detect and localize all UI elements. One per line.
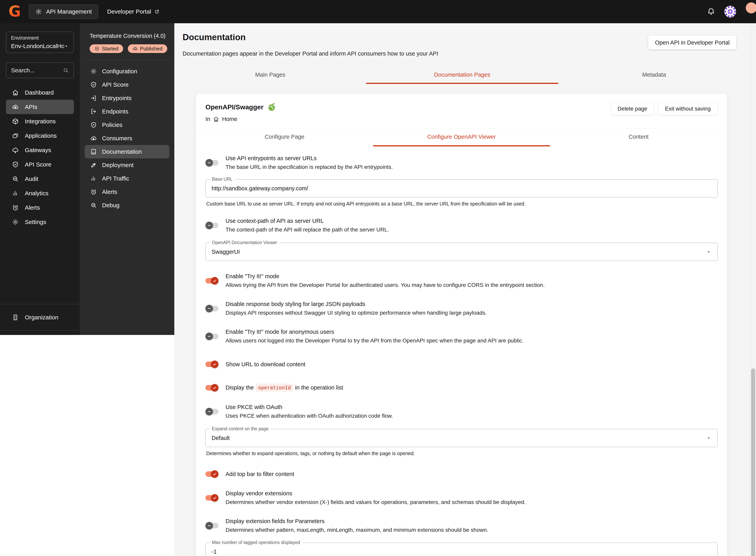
api-management-button[interactable]: API Management bbox=[29, 4, 98, 19]
tab-content[interactable]: Content bbox=[550, 129, 727, 146]
vendor-extensions-toggle[interactable] bbox=[206, 494, 218, 502]
sidebar-item-gateways[interactable]: Gateways bbox=[6, 143, 74, 157]
toggle-row-entrypoints: Use API entrypoints as server URLs The b… bbox=[206, 155, 718, 170]
api-nav-item-endpoints[interactable]: Endpoints bbox=[85, 105, 169, 118]
notifications-button[interactable] bbox=[707, 7, 715, 16]
toggle-description: Determines whether pattern, maxLength, m… bbox=[225, 527, 488, 533]
api-nav-label: Policies bbox=[102, 121, 122, 128]
base-url-field[interactable]: Base URL bbox=[206, 179, 718, 198]
api-nav-item-configuration[interactable]: Configuration bbox=[85, 65, 169, 78]
arrow-out-of-box-icon bbox=[90, 108, 97, 115]
toggle-row-top-bar: Add top bar to filter content bbox=[206, 470, 718, 478]
environment-selector[interactable]: Environment Env-LondonLocalHo... bbox=[6, 32, 74, 53]
open-portal-button[interactable]: Open API in Developer Portal bbox=[648, 36, 736, 49]
sidebar-item-organization[interactable]: Organization bbox=[6, 310, 74, 324]
field-helper: Custom base URL to use as server URL. If… bbox=[206, 201, 717, 207]
toggle-thumb bbox=[211, 277, 218, 284]
max-operations-input[interactable] bbox=[212, 549, 712, 555]
primary-sidebar: Environment Env-LondonLocalHo... Dashboa… bbox=[0, 23, 80, 335]
gravitee-logo[interactable]: G bbox=[8, 3, 22, 20]
toggle-label: Display the operationId in the operation… bbox=[225, 384, 343, 392]
show-url-toggle[interactable] bbox=[206, 360, 218, 368]
viewer-select[interactable]: OpenAPI Documentation Viewer SwaggerUI bbox=[206, 243, 718, 261]
context-path-toggle[interactable] bbox=[206, 221, 218, 229]
caret-down-icon bbox=[706, 249, 712, 254]
operation-id-toggle[interactable] bbox=[206, 384, 218, 392]
swagger-icon bbox=[267, 102, 276, 111]
sidebar-item-integrations[interactable]: Integrations bbox=[6, 114, 74, 129]
search-box[interactable] bbox=[6, 63, 74, 78]
sidebar-item-label: Gateways bbox=[25, 147, 51, 153]
api-nav-item-policies[interactable]: Policies bbox=[85, 118, 169, 132]
api-nav-item-debug[interactable]: Debug bbox=[85, 199, 169, 212]
top-bar-toggle[interactable] bbox=[206, 470, 218, 478]
api-nav-item-entrypoints[interactable]: Entrypoints bbox=[85, 92, 169, 105]
field-label: Max number of tagged operations displaye… bbox=[210, 540, 302, 545]
shield-check-icon bbox=[90, 81, 97, 88]
try-it-anonymous-toggle[interactable] bbox=[206, 333, 218, 340]
arrow-into-box-icon bbox=[90, 95, 97, 101]
toggle-description: Allows trying the API from the Developer… bbox=[225, 282, 545, 288]
dash-icon bbox=[207, 306, 211, 311]
tab-label: Main Pages bbox=[255, 72, 285, 78]
extension-fields-toggle[interactable] bbox=[206, 522, 218, 530]
check-icon bbox=[212, 278, 217, 283]
exit-without-saving-button[interactable]: Exit without saving bbox=[658, 102, 718, 115]
tab-configure-page[interactable]: Configure Page bbox=[196, 129, 373, 146]
try-it-toggle[interactable] bbox=[206, 277, 218, 285]
api-title: Temperature Conversion (4.0) bbox=[89, 33, 169, 39]
gear-icon bbox=[12, 218, 19, 225]
delete-page-button[interactable]: Delete page bbox=[611, 102, 654, 115]
search-input[interactable] bbox=[11, 67, 63, 74]
toggle-thumb bbox=[206, 333, 213, 340]
sidebar-item-applications[interactable]: Applications bbox=[6, 129, 74, 143]
expand-content-select[interactable]: Expand content on the page Default bbox=[206, 429, 718, 447]
api-nav-item-api-score[interactable]: API Score bbox=[85, 78, 169, 92]
api-nav-item-api-traffic[interactable]: API Traffic bbox=[85, 172, 169, 185]
tab-main-pages[interactable]: Main Pages bbox=[174, 69, 366, 84]
api-nav-item-consumers[interactable]: Consumers bbox=[85, 132, 169, 145]
applications-icon bbox=[12, 132, 19, 139]
primary-nav: Dashboard APIs Integrations Applications… bbox=[0, 85, 80, 229]
dash-icon bbox=[207, 161, 211, 165]
api-nav-item-alerts[interactable]: Alerts bbox=[85, 185, 169, 199]
svg-text:G: G bbox=[8, 3, 21, 20]
sidebar-item-label: Audit bbox=[25, 176, 38, 182]
api-nav-label: Entrypoints bbox=[102, 95, 132, 101]
entrypoints-toggle[interactable] bbox=[206, 159, 218, 167]
check-icon bbox=[212, 385, 217, 390]
scrollbar-thumb[interactable] bbox=[751, 369, 755, 556]
search-icon bbox=[63, 67, 69, 73]
sidebar-item-audit[interactable]: Audit bbox=[6, 172, 74, 186]
toggle-thumb bbox=[206, 305, 213, 312]
api-nav-item-documentation[interactable]: Documentation bbox=[85, 145, 169, 159]
pkce-toggle[interactable] bbox=[206, 408, 218, 416]
tab-label: Configure Page bbox=[265, 134, 304, 140]
dash-icon bbox=[207, 334, 211, 339]
tab-documentation-pages[interactable]: Documentation Pages bbox=[366, 69, 558, 84]
scrollbar[interactable] bbox=[750, 23, 756, 556]
user-avatar[interactable] bbox=[724, 5, 736, 18]
sidebar-item-apis[interactable]: APIs bbox=[6, 100, 74, 114]
sidebar-item-settings[interactable]: Settings bbox=[6, 215, 74, 229]
expand-select-value: Default bbox=[212, 435, 230, 441]
max-operations-field[interactable]: Max number of tagged operations displaye… bbox=[206, 543, 718, 556]
breadcrumb-prefix: In bbox=[206, 116, 210, 123]
sidebar-item-api-score[interactable]: API Score bbox=[6, 157, 74, 172]
home-icon bbox=[213, 116, 219, 123]
tab-configure-openapi-viewer[interactable]: Configure OpenAPI Viewer bbox=[373, 129, 550, 146]
sidebar-item-analytics[interactable]: Analytics bbox=[6, 186, 74, 200]
divider bbox=[0, 304, 80, 304]
tab-metadata[interactable]: Metadata bbox=[558, 69, 750, 84]
api-nav-item-deployment[interactable]: Deployment bbox=[85, 159, 169, 172]
cloud-user-icon bbox=[90, 135, 97, 142]
developer-portal-link[interactable]: Developer Portal bbox=[107, 8, 160, 15]
base-url-input[interactable] bbox=[212, 185, 712, 192]
api-nav-label: Documentation bbox=[102, 148, 142, 155]
sidebar-item-alerts[interactable]: Alerts bbox=[6, 200, 74, 215]
toggle-thumb bbox=[206, 159, 213, 167]
badge-label: Published bbox=[140, 46, 163, 52]
sidebar-item-dashboard[interactable]: Dashboard bbox=[6, 85, 74, 100]
search-check-icon bbox=[90, 202, 97, 209]
response-styling-toggle[interactable] bbox=[206, 305, 218, 312]
